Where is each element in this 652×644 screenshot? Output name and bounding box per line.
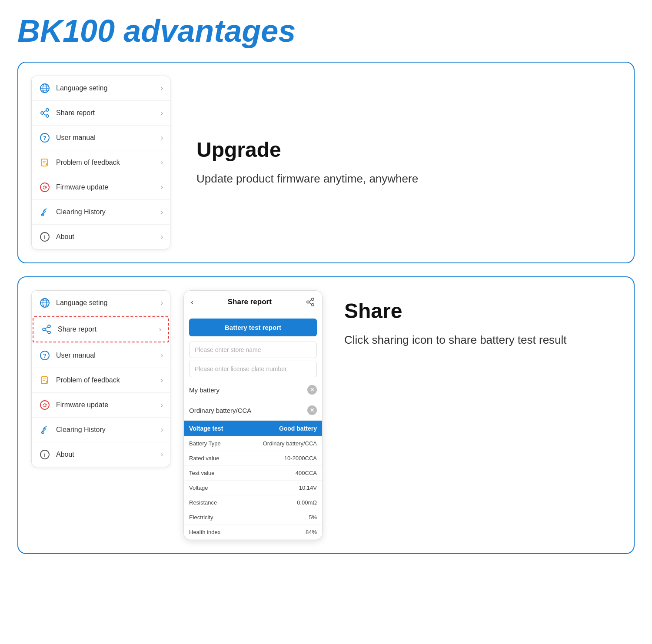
data-value-5: 5%	[309, 514, 317, 521]
menu-item-2-clearing[interactable]: Clearing History ›	[32, 418, 170, 442]
menu-item-firmware[interactable]: Firmware update ›	[32, 175, 170, 200]
share-content: Share Click sharing icon to share batter…	[336, 290, 621, 357]
menu-item-2-user-manual[interactable]: ? User manual ›	[32, 343, 170, 368]
svg-point-24	[48, 325, 50, 328]
menu-item-2-feedback[interactable]: Problem of feedback ›	[32, 368, 170, 393]
battery-type-clear[interactable]: ✕	[307, 405, 317, 415]
broom-icon-2	[39, 424, 51, 436]
menu-label-2-share-report: Share report	[58, 325, 154, 333]
menu-label-language: Language seting	[56, 84, 156, 92]
menu-item-share-report[interactable]: Share report ›	[32, 101, 170, 126]
menu-item-2-firmware[interactable]: Firmware update ›	[32, 393, 170, 418]
svg-point-16	[41, 214, 44, 216]
data-row-0: Battery Type Ordinary battery/CCA	[184, 436, 322, 451]
upgrade-card: Language seting › Share report ›	[17, 62, 635, 263]
chevron-icon: ›	[159, 325, 161, 333]
menu-item-user-manual[interactable]: ? User manual ›	[32, 126, 170, 150]
data-row-5: Electricity 5%	[184, 510, 322, 525]
menu-label-feedback: Problem of feedback	[56, 159, 156, 166]
menu-label-2-clearing: Clearing History	[56, 426, 156, 434]
menu-label-2-user-manual: User manual	[56, 352, 156, 359]
battery-type-label: Ordinary battery/CCA	[189, 407, 251, 414]
menu-label-2-firmware: Firmware update	[56, 401, 156, 409]
data-value-0: Ordinary battery/CCA	[263, 440, 317, 447]
share-title: Share	[344, 299, 612, 323]
menu-item-language[interactable]: Language seting ›	[32, 76, 170, 101]
menu-label-clearing: Clearing History	[56, 208, 156, 216]
data-row-6: Health index 84%	[184, 525, 322, 540]
svg-text:i: i	[44, 451, 46, 458]
menu-label-firmware: Firmware update	[56, 183, 156, 191]
menu-item-feedback[interactable]: Problem of feedback ›	[32, 150, 170, 175]
edit-icon-2	[39, 374, 51, 386]
my-battery-clear[interactable]: ✕	[307, 385, 317, 395]
menu-label-user-manual: User manual	[56, 134, 156, 142]
svg-line-9	[43, 113, 47, 115]
data-value-4: 0.00mΩ	[297, 499, 317, 506]
menu-label-2-about: About	[56, 451, 156, 458]
chevron-icon: ›	[161, 84, 163, 92]
svg-point-5	[46, 109, 49, 111]
upgrade-desc: Update product firmware anytime, anywher…	[196, 170, 612, 187]
data-value-1: 10-2000CCA	[284, 455, 317, 461]
data-label-3: Voltage	[189, 485, 208, 491]
menu-list-1: Language seting › Share report ›	[31, 76, 170, 249]
data-row-3: Voltage 10.14V	[184, 481, 322, 495]
share-icon	[39, 107, 51, 119]
globe-icon	[39, 82, 51, 94]
share-header-icon[interactable]	[306, 297, 315, 307]
menu-label-share-report: Share report	[56, 109, 156, 117]
svg-point-38	[312, 298, 314, 300]
data-row-1: Rated value 10-2000CCA	[184, 451, 322, 466]
battery-test-button[interactable]: Battery test report	[189, 319, 317, 336]
menu-item-2-language[interactable]: Language seting ›	[32, 291, 170, 315]
good-battery-label: Good battery	[279, 425, 317, 432]
share-icon-2	[40, 323, 53, 335]
chevron-icon: ›	[161, 159, 163, 166]
data-row-2: Test value 400CCA	[184, 466, 322, 481]
menu-item-clearing[interactable]: Clearing History ›	[32, 200, 170, 225]
share-card-inner: Language seting › Share report ›	[31, 290, 621, 540]
broom-icon	[39, 206, 51, 218]
chevron-icon: ›	[161, 233, 163, 241]
upgrade-title: Upgrade	[196, 138, 612, 162]
menu-label-2-feedback: Problem of feedback	[56, 376, 156, 384]
svg-point-26	[48, 331, 50, 334]
svg-text:?: ?	[43, 135, 47, 141]
menu-item-2-about[interactable]: i About ›	[32, 442, 170, 467]
data-value-6: 84%	[306, 529, 317, 535]
share-card: Language seting › Share report ›	[17, 276, 635, 554]
svg-line-41	[309, 299, 312, 301]
svg-point-7	[46, 115, 49, 117]
my-battery-row[interactable]: My battery ✕	[184, 380, 322, 400]
data-label-5: Electricity	[189, 514, 213, 521]
chevron-icon: ›	[161, 376, 163, 384]
upgrade-content: Upgrade Update product firmware anytime,…	[188, 129, 621, 196]
battery-type-row[interactable]: Ordinary battery/CCA ✕	[184, 400, 322, 421]
svg-text:i: i	[44, 234, 46, 240]
data-value-2: 400CCA	[296, 470, 317, 476]
data-row-4: Resistance 0.00mΩ	[184, 495, 322, 510]
store-name-input[interactable]: Please enter store name	[189, 342, 317, 358]
svg-point-34	[40, 401, 49, 409]
svg-point-39	[307, 301, 309, 303]
share-desc: Click sharing icon to share battery test…	[344, 332, 612, 349]
question-icon: ?	[39, 132, 51, 144]
back-icon[interactable]: ‹	[191, 297, 194, 307]
chevron-icon: ›	[161, 299, 163, 307]
chevron-icon: ›	[161, 401, 163, 409]
svg-point-40	[312, 303, 314, 306]
chevron-icon: ›	[161, 352, 163, 359]
data-label-6: Health index	[189, 529, 220, 535]
menu-label-2-language: Language seting	[56, 299, 156, 307]
chevron-icon: ›	[161, 134, 163, 142]
voltage-section-header: Voltage test Good battery	[184, 421, 322, 436]
svg-point-15	[40, 183, 49, 192]
phone-header: ‹ Share report	[184, 291, 322, 313]
plate-number-input[interactable]: Please enter license plate number	[189, 361, 317, 377]
update-icon-2	[39, 399, 51, 411]
svg-text:?: ?	[43, 352, 47, 359]
menu-item-about[interactable]: i About ›	[32, 225, 170, 249]
menu-item-2-share-report[interactable]: Share report ›	[33, 316, 169, 342]
menu-label-about: About	[56, 233, 156, 241]
